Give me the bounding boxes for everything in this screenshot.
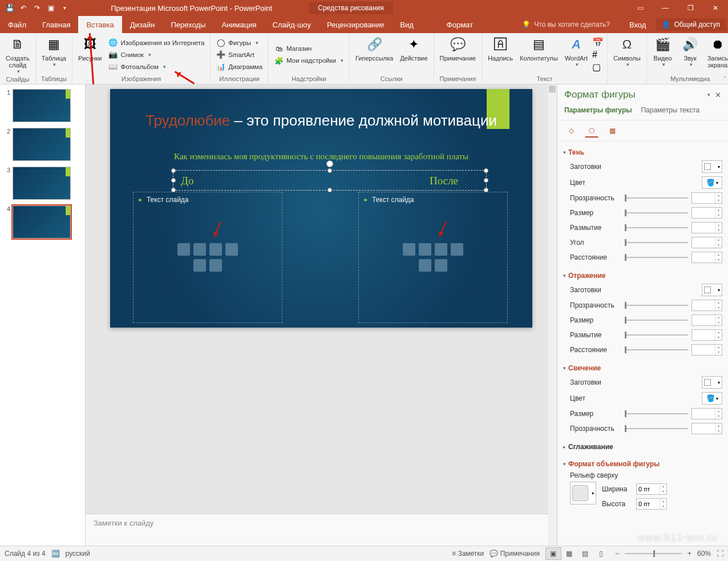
tab-review[interactable]: Рецензирование <box>319 16 392 33</box>
slide-canvas[interactable]: Трудолюбие – это проявление должной моти… <box>110 89 532 328</box>
slide-title[interactable]: Трудолюбие – это проявление должной моти… <box>110 112 532 130</box>
tab-home[interactable]: Главная <box>34 16 78 33</box>
tab-file[interactable]: Файл <box>0 16 34 33</box>
shapes-button[interactable]: ◯Фигуры▾ <box>214 37 265 49</box>
header-before[interactable]: До <box>181 175 193 187</box>
audio-button[interactable]: 🔊Звук▾ <box>678 34 703 75</box>
tab-design[interactable]: Дизайн <box>122 16 163 33</box>
slider[interactable] <box>625 320 688 321</box>
bevel-preset-combo[interactable]: ▾ <box>570 482 596 505</box>
number-input[interactable]: 0 пт▴▾ <box>636 483 667 495</box>
store-button[interactable]: 🛍Магазин <box>272 43 346 54</box>
photo-album-button[interactable]: 📖Фотоальбом▾ <box>106 61 207 72</box>
content-placeholder-right[interactable]: Текст слайда <box>358 192 508 323</box>
screenshot-button[interactable]: 📷Снимок▾ <box>106 49 207 60</box>
notes-pane[interactable]: Заметки к слайду <box>86 514 557 546</box>
spellcheck-icon[interactable]: 🔤 <box>51 550 60 558</box>
minimize-icon[interactable]: — <box>653 0 678 16</box>
number-input[interactable]: ▴▾ <box>691 408 722 419</box>
tab-view[interactable]: Вид <box>392 16 422 33</box>
textbox-button[interactable]: 🄰Надпись <box>486 34 515 75</box>
thumb-row[interactable]: 1 <box>2 89 83 122</box>
number-input[interactable]: ▴▾ <box>691 252 722 263</box>
editor-scrollbar[interactable] <box>548 84 557 546</box>
number-input[interactable]: ▴▾ <box>691 344 722 356</box>
wordart-button[interactable]: AWordArt▾ <box>563 34 590 75</box>
slider[interactable] <box>625 227 688 228</box>
slide-indicator[interactable]: Слайд 4 из 4 <box>5 550 46 558</box>
pane-close-icon[interactable]: ✕ <box>715 91 721 99</box>
slider[interactable] <box>625 305 688 306</box>
section-header-soft[interactable]: ▸Сглаживание <box>563 441 722 453</box>
fill-line-icon[interactable]: ◇ <box>564 124 578 138</box>
slideshow-view-icon[interactable]: ▯ <box>593 547 609 560</box>
presets-combo[interactable]: ▾ <box>702 160 722 173</box>
chart-button[interactable]: 📊Диаграмма <box>214 61 265 72</box>
my-addins-button[interactable]: 🧩Мои надстройки▾ <box>272 55 346 66</box>
slider[interactable] <box>625 413 688 414</box>
table-button[interactable]: ▦ Таблица ▾ <box>39 34 68 75</box>
color-picker[interactable]: 🪣▾ <box>702 392 722 405</box>
content-placeholder-left[interactable]: Текст слайда <box>133 192 282 323</box>
fit-to-window-icon[interactable]: ⛶ <box>717 550 723 558</box>
notes-toggle[interactable]: ≡ Заметки <box>452 550 484 558</box>
slider[interactable] <box>625 212 688 213</box>
action-button[interactable]: ✦Действие <box>398 34 430 75</box>
number-input[interactable]: ▴▾ <box>691 207 722 219</box>
smartart-button[interactable]: ➕SmartArt <box>214 49 265 60</box>
presets-combo[interactable]: ▾ <box>702 284 722 296</box>
thumb-row[interactable]: 2 <box>2 128 83 161</box>
thumb-row[interactable]: 3 <box>2 167 83 200</box>
pane-tab-shape[interactable]: Параметры фигуры <box>564 106 632 116</box>
tell-me-search[interactable]: 💡 Что вы хотите сделать? <box>511 16 621 33</box>
tab-transitions[interactable]: Переходы <box>163 16 213 33</box>
slide-thumbnail[interactable] <box>13 89 71 122</box>
ribbon-display-icon[interactable]: ▭ <box>628 0 653 16</box>
reading-view-icon[interactable]: ▤ <box>577 547 593 560</box>
sorter-view-icon[interactable]: ▦ <box>561 547 577 560</box>
signin-link[interactable]: Вход <box>621 21 654 29</box>
number-input[interactable]: ▴▾ <box>691 423 722 434</box>
zoom-in-icon[interactable]: + <box>687 550 691 558</box>
screen-recording-button[interactable]: ⏺Запись экрана <box>705 34 728 75</box>
size-properties-icon[interactable]: ▦ <box>605 124 619 138</box>
comment-button[interactable]: 💬Примечание <box>438 34 479 75</box>
number-input[interactable]: 0 пт▴▾ <box>636 498 667 510</box>
slideshow-start-icon[interactable]: ▣ <box>46 3 56 13</box>
slider[interactable] <box>625 334 688 336</box>
new-slide-button[interactable]: 🗎 Создать слайд ▾ <box>3 34 32 75</box>
slide-subtitle[interactable]: Как изменилась моя продуктивность с посл… <box>110 152 532 162</box>
placeholder-icons[interactable] <box>402 240 464 275</box>
slider[interactable] <box>625 257 688 258</box>
slide-thumbnail[interactable] <box>13 167 71 200</box>
number-input[interactable]: ▴▾ <box>691 222 722 233</box>
zoom-out-icon[interactable]: − <box>615 550 619 558</box>
hyperlink-button[interactable]: 🔗Гиперссылка <box>353 34 395 75</box>
placeholder-icons[interactable] <box>176 240 239 275</box>
save-icon[interactable]: 💾 <box>5 3 15 13</box>
slider[interactable] <box>625 349 688 350</box>
slide-thumbnail[interactable] <box>13 205 71 239</box>
header-after[interactable]: После <box>430 175 458 187</box>
online-pictures-button[interactable]: 🌐Изображения из Интернета <box>106 37 207 49</box>
zoom-slider[interactable] <box>625 553 682 554</box>
object-icon[interactable]: ▢ <box>592 62 604 72</box>
normal-view-icon[interactable]: ▣ <box>545 547 561 560</box>
number-input[interactable]: ▴▾ <box>691 237 722 248</box>
slider[interactable] <box>625 197 688 199</box>
tab-slideshow[interactable]: Слайд-шоу <box>265 16 319 33</box>
section-header-3d[interactable]: ▾Формат объемной фигуры <box>563 458 722 470</box>
zoom-level[interactable]: 60% <box>697 550 711 558</box>
slidenumber-icon[interactable]: # <box>592 50 604 60</box>
pane-options-icon[interactable]: ▾ <box>707 92 710 98</box>
number-input[interactable]: ▴▾ <box>691 314 722 326</box>
presets-combo[interactable]: ▾ <box>702 376 722 389</box>
video-button[interactable]: 🎬Видео▾ <box>650 34 676 75</box>
undo-icon[interactable]: ↶ <box>18 3 29 13</box>
number-input[interactable]: ▴▾ <box>691 300 722 311</box>
effects-icon[interactable]: ⬠ <box>585 124 598 138</box>
qat-more-icon[interactable]: ▾ <box>59 3 70 13</box>
close-icon[interactable]: ✕ <box>703 0 728 16</box>
symbols-button[interactable]: ΩСимволы▾ <box>611 34 643 75</box>
slider[interactable] <box>625 428 688 429</box>
